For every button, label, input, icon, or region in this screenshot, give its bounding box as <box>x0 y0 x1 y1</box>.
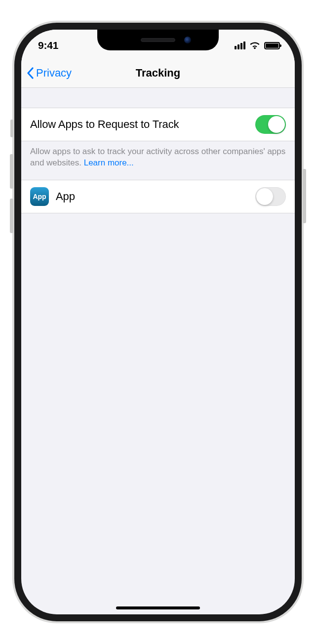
back-button[interactable]: Privacy <box>26 58 72 87</box>
front-camera <box>184 37 191 43</box>
speaker-grille <box>141 38 175 42</box>
back-label: Privacy <box>36 67 72 80</box>
power-button <box>303 169 306 223</box>
app-row[interactable]: App App <box>21 180 295 213</box>
allow-tracking-footer: Allow apps to ask to track your activity… <box>21 141 295 180</box>
status-time: 9:41 <box>38 37 58 51</box>
learn-more-link[interactable]: Learn more... <box>84 158 134 167</box>
battery-icon <box>264 42 280 49</box>
app-tracking-switch[interactable] <box>255 187 286 206</box>
volume-up-button <box>10 154 13 189</box>
app-icon: App <box>30 187 49 206</box>
app-name-label: App <box>56 190 255 203</box>
notch <box>97 30 219 50</box>
cellular-icon <box>235 41 245 49</box>
screen: 9:41 Privacy <box>21 30 295 614</box>
footer-text: Allow apps to ask to track your activity… <box>30 147 285 167</box>
nav-bar: Privacy Tracking <box>21 58 295 88</box>
volume-down-button <box>10 199 13 233</box>
ringer-switch <box>10 120 13 137</box>
wifi-icon <box>249 41 260 49</box>
allow-tracking-switch[interactable] <box>255 115 286 134</box>
allow-tracking-label: Allow Apps to Request to Track <box>30 118 255 131</box>
phone-frame: 9:41 Privacy <box>12 21 304 623</box>
home-indicator[interactable] <box>116 606 200 609</box>
chevron-left-icon <box>26 67 34 79</box>
allow-tracking-row[interactable]: Allow Apps to Request to Track <box>21 108 295 141</box>
